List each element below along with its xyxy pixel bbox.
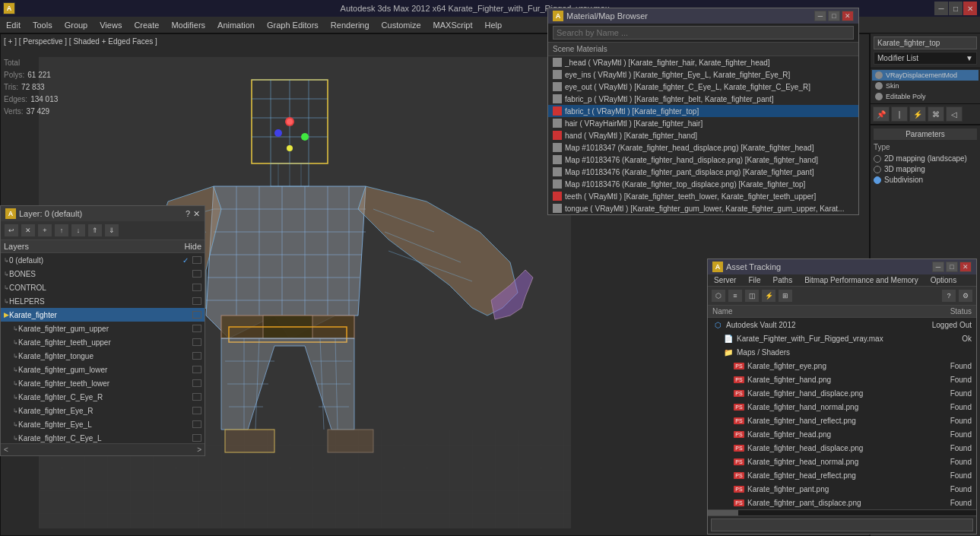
asset-menu-options[interactable]: Options [924,274,963,286]
asset-menu-file[interactable]: File [742,274,766,286]
layer-tool-2[interactable]: ✕ [21,224,36,237]
menu-rendering[interactable]: Rendering [325,17,376,33]
param-2d-mapping[interactable]: 2D mapping (landscape) [874,154,977,163]
layer-item[interactable]: ↳ Karate_fighter_gum_lower [1,363,205,376]
mat-maximize[interactable]: □ [828,11,840,21]
asset-scrollbar[interactable] [708,509,976,515]
layer-item[interactable]: ↳ Karate_fighter_tongue [1,349,205,363]
layer-tool-7[interactable]: ⇓ [104,224,119,237]
asset-minimize[interactable]: ─ [932,262,944,272]
radio-subdivision[interactable] [874,176,881,184]
window-controls[interactable]: ─ □ ✕ [934,2,977,15]
asset-tool-help[interactable]: ? [941,289,956,303]
asset-item[interactable]: PS Karate_fighter_head_displace.png Foun… [708,441,976,455]
mat-item[interactable]: fabric_p ( VRayMtl ) [Karate_fighter_bel… [548,93,858,105]
modifier-editable-poly[interactable]: Editable Poly [872,91,978,102]
asset-item[interactable]: PS Karate_fighter_eye.png Found [708,359,976,373]
layer-question-btn[interactable]: ? [186,209,190,219]
menu-modifiers[interactable]: Modifiers [165,17,211,33]
layer-item[interactable]: ↳ Karate_fighter_gum_upper [1,322,205,335]
layer-item[interactable]: ↳ Karate_fighter_Eye_R [1,404,205,417]
close-button[interactable]: ✕ [963,2,977,15]
asset-maximize[interactable]: □ [946,262,958,272]
layer-scroll-right[interactable]: > [197,446,201,454]
mat-item[interactable]: eye_ins ( VRayMtl ) [Karate_fighter_Eye_… [548,68,858,81]
modifier-list-header[interactable]: Modifier List ▼ [874,52,977,65]
asset-item[interactable]: ⬡ Autodesk Vault 2012 Logged Out [708,318,976,331]
mat-search-input[interactable] [553,26,854,40]
mat-item[interactable]: Map #10183476 (Karate_fighter_top_displa… [548,178,858,190]
mat-item[interactable]: eye_out ( VRayMtl ) [Karate_fighter_C_Ey… [548,81,858,93]
layer-tool-3[interactable]: + [37,224,52,237]
layer-item[interactable]: ▶ Karate_fighter [1,308,205,322]
asset-item[interactable]: PS Karate_fighter_head_normal.png Found [708,455,976,468]
asset-item[interactable]: PS Karate_fighter_hand_displace.png Foun… [708,386,976,400]
menu-maxscript[interactable]: MAXScript [427,17,479,33]
layer-item[interactable]: ↳ Karate_fighter_C_Eye_L [1,431,205,443]
asset-item[interactable]: PS Karate_fighter_head.png Found [708,427,976,441]
mat-item[interactable]: Map #10183476 (Karate_fighter_pant_displ… [548,166,858,178]
param-subdivision[interactable]: Subdivision [874,176,977,184]
asset-tool-4[interactable]: ⚡ [761,289,776,303]
layer-scroll-left[interactable]: < [4,446,8,454]
menu-animation[interactable]: Animation [211,17,261,33]
asset-item[interactable]: 📁 Maps / Shaders [708,345,976,359]
asset-item[interactable]: PS Karate_fighter_hand.png Found [708,373,976,386]
asset-item[interactable]: PS Karate_fighter_pant_displace.png Foun… [708,496,976,509]
pin-button[interactable]: 📌 [873,106,890,122]
modifier-skin[interactable]: Skin [872,81,978,91]
layer-item[interactable]: ↳ CONTROL [1,281,205,294]
layer-item[interactable]: ↳ Karate_fighter_teeth_upper [1,335,205,349]
asset-item[interactable]: PS Karate_fighter_hand_reflect.png Found [708,414,976,427]
mat-item[interactable]: fabric_t ( VRayMtl ) [Karate_fighter_top… [548,105,858,117]
asset-tool-1[interactable]: ⬡ [711,289,726,303]
radio-3d[interactable] [874,166,881,173]
menu-tools[interactable]: Tools [27,17,59,33]
asset-scroll-thumb[interactable] [708,510,738,515]
modifier-toolbar-btn4[interactable]: ⌘ [928,106,944,122]
param-3d-mapping[interactable]: 3D mapping [874,165,977,173]
mat-item[interactable]: tongue ( VRayMtl ) [Karate_fighter_gum_l… [548,202,858,214]
layer-close-btn[interactable]: ✕ [193,209,200,219]
asset-tool-5[interactable]: ⊞ [778,289,793,303]
modifier-vray-displacement[interactable]: VRayDisplacementMod [872,70,978,81]
modifier-toolbar-btn5[interactable]: ◁ [946,106,963,122]
mat-item[interactable]: Map #1018347 (Karate_fighter_head_displa… [548,141,858,154]
layer-item[interactable]: ↳ HELPERS [1,294,205,308]
layer-item[interactable]: ↳ Karate_fighter_teeth_lower [1,376,205,390]
menu-help[interactable]: Help [479,17,509,33]
asset-close[interactable]: ✕ [959,262,972,272]
layer-tool-1[interactable]: ↩ [4,224,19,237]
layer-tool-4[interactable]: ↑ [54,224,69,237]
maximize-button[interactable]: □ [949,2,963,15]
radio-2d[interactable] [874,155,881,163]
menu-edit[interactable]: Edit [0,17,27,33]
asset-item[interactable]: PS Karate_fighter_hand_normal.png Found [708,400,976,414]
asset-menu-bitmap[interactable]: Bitmap Performance and Memory [798,274,924,286]
layer-item[interactable]: ↳ Karate_fighter_Eye_L [1,417,205,431]
modifier-list-arrow[interactable]: ▼ [966,54,973,62]
mat-item[interactable]: Map #10183476 (Karate_fighter_hand_displ… [548,154,858,166]
menu-create[interactable]: Create [128,17,165,33]
layer-tool-5[interactable]: ↓ [71,224,86,237]
layer-item[interactable]: ↳ BONES [1,267,205,281]
asset-item[interactable]: PS Karate_fighter_pant.png Found [708,482,976,496]
layer-tool-6[interactable]: ⇑ [87,224,103,237]
app-logo[interactable]: A [3,2,15,14]
asset-tool-2[interactable]: ≡ [728,289,743,303]
menu-views[interactable]: Views [94,17,128,33]
layer-item[interactable]: ↳ Karate_fighter_C_Eye_R [1,390,205,404]
asset-menu-paths[interactable]: Paths [767,274,799,286]
layer-item[interactable]: ↳ 0 (default) ✓ [1,253,205,267]
asset-search-input[interactable] [711,519,973,531]
asset-item[interactable]: 📄 Karate_Fighter_with_Fur_Rigged_vray.ma… [708,331,976,345]
asset-tool-settings[interactable]: ⚙ [958,289,973,303]
menu-group[interactable]: Group [59,17,94,33]
menu-graph-editors[interactable]: Graph Editors [261,17,325,33]
asset-tool-3[interactable]: ◫ [744,289,760,303]
asset-menu-server[interactable]: Server [708,274,742,286]
modifier-toolbar-btn3[interactable]: ⚡ [909,106,926,122]
modifier-toolbar-btn2[interactable]: | [891,106,908,122]
mat-item[interactable]: teeth ( VRayMtl ) [Karate_fighter_teeth_… [548,190,858,202]
mat-minimize[interactable]: ─ [814,11,826,21]
